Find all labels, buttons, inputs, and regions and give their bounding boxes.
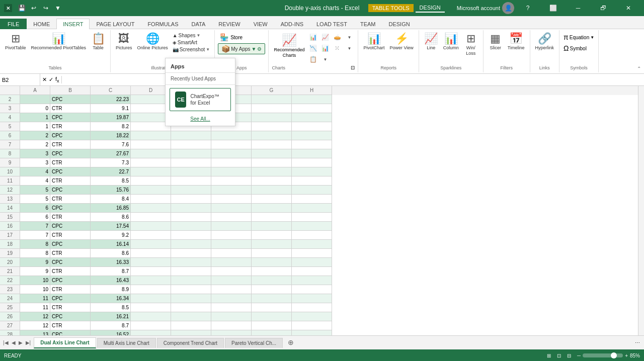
cell-col-b[interactable]: CPC: [50, 131, 91, 140]
cell-col-e[interactable]: [171, 240, 211, 249]
store-button[interactable]: 🏪 Store: [218, 32, 245, 42]
cell-col-e[interactable]: [171, 213, 211, 222]
cell-col-h[interactable]: [292, 276, 332, 285]
cell-col-g[interactable]: [252, 267, 292, 276]
cell-col-h[interactable]: [292, 186, 332, 195]
vertical-scrollbar[interactable]: [638, 86, 644, 335]
cell-col-h[interactable]: [292, 104, 332, 113]
cell-col-d[interactable]: [131, 231, 171, 240]
tab-formulas[interactable]: FORMULAS: [141, 19, 185, 29]
tab-team[interactable]: TEAM: [354, 19, 382, 29]
scatter-chart-button[interactable]: ⁙: [332, 43, 343, 53]
cell-col-c[interactable]: 22.7: [91, 167, 131, 176]
cell-col-d[interactable]: [131, 213, 171, 222]
confirm-formula-icon[interactable]: ✓: [49, 76, 53, 83]
cell-col-b[interactable]: CPC: [50, 222, 91, 231]
cell-col-g[interactable]: [252, 222, 292, 231]
cell-col-c[interactable]: 8.2: [91, 122, 131, 131]
cell-col-e[interactable]: [171, 222, 211, 231]
sheet-tab-dual-axis[interactable]: Dual Axis Line Chart: [34, 337, 96, 348]
cell-col-g[interactable]: [252, 149, 292, 158]
cell-col-e[interactable]: [171, 303, 211, 312]
zoom-in-button[interactable]: +: [625, 353, 628, 358]
cell-col-d[interactable]: [131, 240, 171, 249]
equation-button[interactable]: π Equation ▼: [562, 32, 595, 42]
table-row[interactable]: 11 4 CTR 8.5: [0, 176, 638, 186]
cell-col-g[interactable]: [252, 131, 292, 140]
cell-col-b[interactable]: CTR: [50, 321, 91, 330]
cell-col-g[interactable]: [252, 285, 292, 294]
cell-col-a[interactable]: 11: [20, 294, 50, 303]
cell-col-d[interactable]: [131, 222, 171, 231]
cell-col-e[interactable]: [171, 167, 211, 176]
cell-col-h[interactable]: [292, 131, 332, 140]
cell-col-a[interactable]: 1: [20, 113, 50, 122]
cell-col-h[interactable]: [292, 267, 332, 276]
cell-col-a[interactable]: 4: [20, 167, 50, 176]
cell-col-h[interactable]: [292, 312, 332, 321]
cell-col-e[interactable]: [171, 249, 211, 258]
sparkline-line-button[interactable]: 📈 Line: [422, 32, 440, 52]
cell-col-h[interactable]: [292, 167, 332, 176]
cell-col-f[interactable]: [211, 321, 252, 330]
cell-col-h[interactable]: [292, 231, 332, 240]
cell-col-h[interactable]: [292, 176, 332, 186]
cell-col-g[interactable]: [252, 195, 292, 204]
online-pictures-button[interactable]: 🌐 Online Pictures: [135, 32, 170, 52]
cell-col-d[interactable]: [131, 285, 171, 294]
shapes-dropdown[interactable]: ▼: [196, 33, 200, 38]
cell-col-b[interactable]: CTR: [50, 140, 91, 149]
cell-col-c[interactable]: 17.54: [91, 222, 131, 231]
tab-design[interactable]: DESIGN: [382, 19, 417, 29]
timeline-button[interactable]: 📅 Timeline: [506, 32, 527, 52]
cell-col-f[interactable]: [211, 240, 252, 249]
cell-col-c[interactable]: 8.4: [91, 195, 131, 204]
cell-col-e[interactable]: [171, 294, 211, 303]
normal-view-button[interactable]: ⊞: [545, 351, 553, 359]
cell-col-d[interactable]: [131, 267, 171, 276]
other-chart-button[interactable]: 📋: [307, 54, 318, 64]
sheet-tab-pareto[interactable]: Pareto Vertical Ch...: [225, 338, 283, 348]
cell-col-a[interactable]: 5: [20, 186, 50, 195]
cell-col-g[interactable]: [252, 303, 292, 312]
table-row[interactable]: 26 12 CPC 16.21: [0, 312, 638, 321]
avatar[interactable]: 👤: [502, 2, 514, 14]
column-chart-button[interactable]: 📊: [307, 32, 318, 42]
charts-expand-icon[interactable]: ⊡: [351, 65, 355, 70]
cell-col-f[interactable]: [211, 195, 252, 204]
table-row[interactable]: 7 2 CTR 7.6: [0, 140, 638, 149]
cell-col-b[interactable]: CPC: [50, 167, 91, 176]
table-row[interactable]: 4 1 CPC 19.87: [0, 113, 638, 122]
first-sheet-button[interactable]: |◀: [2, 339, 10, 346]
zoom-out-button[interactable]: ─: [577, 353, 581, 358]
cell-col-e[interactable]: [171, 231, 211, 240]
cell-col-e[interactable]: [171, 276, 211, 285]
table-row[interactable]: 3 0 CTR 9.1: [0, 104, 638, 113]
cell-col-b[interactable]: CTR: [50, 195, 91, 204]
cell-col-d[interactable]: [131, 140, 171, 149]
table-row[interactable]: 25 11 CTR 8.5: [0, 303, 638, 312]
cell-col-a[interactable]: 4: [20, 176, 50, 186]
cell-col-a[interactable]: 0: [20, 104, 50, 113]
cell-col-b[interactable]: CTR: [50, 213, 91, 222]
table-row[interactable]: 16 7 CPC 17.54: [0, 222, 638, 231]
cell-col-h[interactable]: [292, 240, 332, 249]
cell-col-f[interactable]: [211, 213, 252, 222]
chart-dropdown-1[interactable]: ▼: [344, 32, 355, 42]
prev-sheet-button[interactable]: ◀: [11, 339, 17, 346]
table-row[interactable]: 9 3 CTR 7.3: [0, 158, 638, 167]
table-row[interactable]: 6 2 CPC 18.22: [0, 131, 638, 140]
cell-col-e[interactable]: [171, 258, 211, 267]
design-tab-label[interactable]: DESIGN: [416, 4, 445, 13]
cell-col-c[interactable]: 8.7: [91, 321, 131, 330]
cell-col-a[interactable]: 3: [20, 149, 50, 158]
cell-col-a[interactable]: 2: [20, 131, 50, 140]
cell-col-g[interactable]: [252, 95, 292, 104]
tab-file[interactable]: FILE: [0, 19, 27, 29]
cell-col-f[interactable]: [211, 149, 252, 158]
cell-col-g[interactable]: [252, 249, 292, 258]
cell-col-b[interactable]: CTR: [50, 158, 91, 167]
cell-col-c[interactable]: 16.85: [91, 204, 131, 213]
cell-col-d[interactable]: [131, 167, 171, 176]
tab-insert[interactable]: INSERT: [56, 19, 90, 29]
